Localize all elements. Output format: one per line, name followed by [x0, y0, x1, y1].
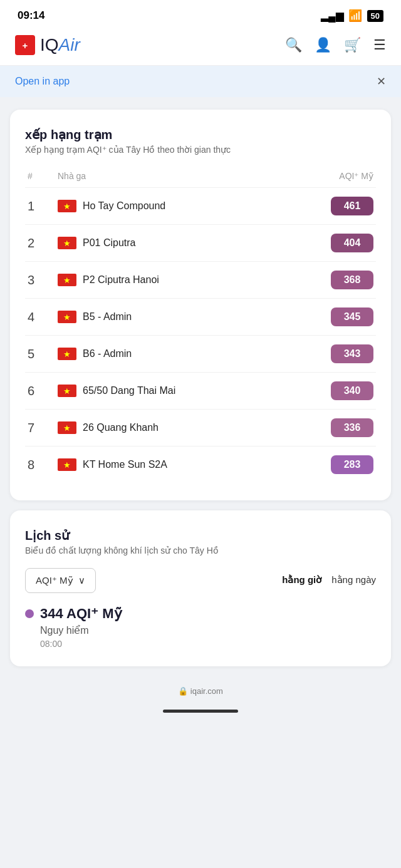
station-name: P2 Ciputra Hanoi	[83, 274, 331, 286]
wifi-icon: 📶	[348, 9, 362, 23]
vn-star: ★	[63, 461, 71, 469]
logo-text: IQAir	[40, 35, 80, 55]
station-rank: 3	[28, 273, 58, 287]
vn-star: ★	[63, 313, 71, 321]
station-flag: ★	[58, 385, 76, 397]
station-name: B5 - Admin	[83, 311, 331, 323]
station-name: P01 Ciputra	[83, 237, 331, 249]
app-banner: Open in app ✕	[0, 66, 401, 97]
vn-star: ★	[63, 424, 71, 432]
station-name: 26 Quang Khanh	[83, 422, 331, 433]
ranking-subtitle: Xếp hạng trạm AQI⁺ của Tây Hồ theo thời …	[25, 145, 376, 155]
battery-icon: 50	[367, 10, 383, 22]
aqi-badge: 343	[331, 344, 373, 363]
station-flag: ★	[58, 200, 76, 212]
station-rank: 6	[28, 384, 58, 398]
station-rank: 8	[28, 458, 58, 472]
history-title: Lịch sử	[25, 528, 376, 543]
station-flag: ★	[58, 311, 76, 323]
station-rank: 4	[28, 310, 58, 324]
chevron-down-icon: ∨	[78, 575, 85, 586]
station-flag: ★	[58, 458, 76, 471]
history-tabs: hằng giờ hằng ngày	[282, 572, 376, 589]
aqi-dot-row: 344 AQI⁺ Mỹ	[25, 606, 376, 622]
table-row[interactable]: 7 ★ 26 Quang Khanh 336	[25, 409, 376, 446]
aqi-dot	[25, 609, 34, 618]
station-flag: ★	[58, 421, 76, 434]
status-time: 09:14	[18, 9, 44, 22]
vn-star: ★	[63, 350, 71, 358]
station-name: 65/50 Dang Thai Mai	[83, 385, 331, 396]
table-row[interactable]: 3 ★ P2 Ciputra Hanoi 368	[25, 261, 376, 298]
table-row[interactable]: 8 ★ KT Home Sun S2A 283	[25, 446, 376, 483]
main-content: xếp hạng trạm Xếp hạng trạm AQI⁺ của Tây…	[0, 97, 401, 679]
aqi-reading: 344 AQI⁺ Mỹ Nguy hiểm 08:00	[25, 606, 376, 649]
vn-star: ★	[63, 387, 71, 395]
aqi-badge: 404	[331, 234, 373, 252]
status-bar: 09:14 ▂▄▆ 📶 50	[0, 0, 401, 28]
domain: iqair.com	[190, 686, 223, 696]
history-card: Lịch sử Biểu đồ chất lượng không khí lịc…	[10, 510, 391, 666]
tab-daily[interactable]: hằng ngày	[331, 572, 376, 589]
header-icons: 🔍 👤 🛒 ☰	[285, 37, 386, 53]
aqi-label: Nguy hiểm	[25, 624, 376, 636]
table-row[interactable]: 6 ★ 65/50 Dang Thai Mai 340	[25, 372, 376, 409]
station-flag: ★	[58, 348, 76, 360]
aqi-badge: 345	[331, 307, 373, 326]
vn-star: ★	[63, 202, 71, 210]
station-rank: 2	[28, 236, 58, 251]
station-flag: ★	[58, 237, 76, 249]
station-rank: 7	[28, 421, 58, 435]
col-name-header: Nhà ga	[58, 171, 311, 181]
tab-hourly[interactable]: hằng giờ	[282, 572, 321, 589]
history-controls: AQI⁺ Mỹ ∨ hằng giờ hằng ngày	[25, 568, 376, 593]
vn-star: ★	[63, 239, 71, 247]
cart-icon[interactable]: 🛒	[344, 37, 361, 53]
dropdown-label: AQI⁺ Mỹ	[36, 575, 73, 586]
home-bar	[0, 703, 401, 719]
station-list: 1 ★ Ho Tay Compound 461 2 ★ P01 Ciputra …	[25, 187, 376, 483]
logo-icon: +	[15, 35, 35, 55]
station-name: B6 - Admin	[83, 348, 331, 359]
home-indicator	[163, 710, 238, 713]
aqi-badge: 283	[331, 455, 373, 474]
aqi-time: 08:00	[25, 639, 376, 649]
ranking-title: xếp hạng trạm	[25, 127, 376, 142]
table-header: # Nhà ga AQI⁺ Mỹ	[25, 167, 376, 185]
user-icon[interactable]: 👤	[315, 37, 331, 53]
aqi-dropdown[interactable]: AQI⁺ Mỹ ∨	[25, 568, 96, 593]
vn-star: ★	[63, 276, 71, 284]
col-aqi-header: AQI⁺ Mỹ	[311, 171, 373, 181]
aqi-value: 344 AQI⁺ Mỹ	[40, 606, 122, 622]
footer: 🔒 iqair.com	[0, 679, 401, 703]
table-row[interactable]: 2 ★ P01 Ciputra 404	[25, 224, 376, 261]
aqi-badge: 461	[331, 197, 373, 215]
signal-icon: ▂▄▆	[321, 10, 343, 22]
logo: + IQAir	[15, 35, 80, 55]
app-banner-text[interactable]: Open in app	[15, 76, 70, 87]
station-rank: 1	[28, 199, 58, 214]
aqi-badge: 368	[331, 271, 373, 289]
close-icon[interactable]: ✕	[377, 75, 386, 88]
aqi-badge: 336	[331, 418, 373, 437]
station-flag: ★	[58, 274, 76, 286]
table-row[interactable]: 5 ★ B6 - Admin 343	[25, 335, 376, 372]
header: + IQAir 🔍 👤 🛒 ☰	[0, 28, 401, 66]
col-rank-header: #	[28, 171, 58, 181]
history-subtitle: Biểu đồ chất lượng không khí lịch sử cho…	[25, 545, 376, 555]
aqi-badge: 340	[331, 381, 373, 400]
station-name: Ho Tay Compound	[83, 200, 331, 212]
table-row[interactable]: 1 ★ Ho Tay Compound 461	[25, 187, 376, 224]
table-row[interactable]: 4 ★ B5 - Admin 345	[25, 298, 376, 335]
search-icon[interactable]: 🔍	[285, 37, 302, 53]
station-rank: 5	[28, 347, 58, 361]
lock-icon: 🔒	[178, 686, 188, 696]
station-name: KT Home Sun S2A	[83, 459, 331, 470]
status-icons: ▂▄▆ 📶 50	[321, 9, 383, 23]
menu-icon[interactable]: ☰	[373, 37, 386, 53]
ranking-card: xếp hạng trạm Xếp hạng trạm AQI⁺ của Tây…	[10, 110, 391, 500]
